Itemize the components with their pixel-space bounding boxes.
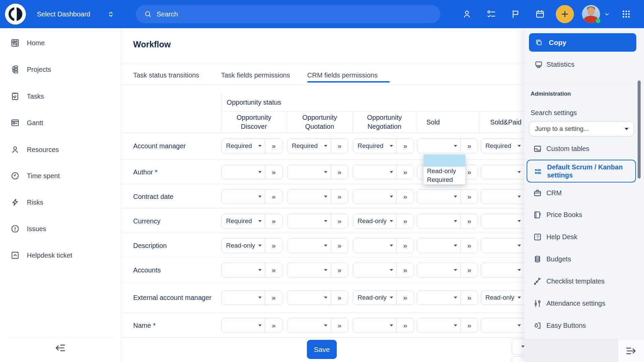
- permission-select[interactable]: [287, 263, 331, 277]
- panel-item-attendance-settings[interactable]: Attendance settings: [524, 296, 644, 311]
- sidebar-item-risks[interactable]: Risks: [0, 193, 121, 212]
- save-button[interactable]: Save: [307, 340, 337, 359]
- copy-to-next-button[interactable]: »: [331, 239, 348, 253]
- copy-to-next-button[interactable]: »: [397, 291, 414, 305]
- dashboard-selector[interactable]: Select Dashboard: [37, 0, 90, 28]
- collapse-sidebar-icon[interactable]: [54, 341, 67, 355]
- copy-button[interactable]: Copy: [529, 33, 636, 52]
- copy-to-next-button[interactable]: »: [397, 190, 414, 204]
- sidebar-item-projects[interactable]: Projects: [0, 60, 121, 79]
- panel-item-default-scrum-kanban-settings[interactable]: Default Scrum / Kanban settings: [527, 160, 636, 183]
- calendar-icon[interactable]: [535, 9, 545, 19]
- copy-to-next-button[interactable]: »: [461, 291, 478, 305]
- collapse-panel-icon[interactable]: [624, 344, 638, 358]
- permission-select[interactable]: [417, 214, 461, 228]
- dropdown-option[interactable]: Read-only: [424, 167, 465, 175]
- sidebar-item-helpdesk-ticket[interactable]: Helpdesk ticket: [0, 246, 121, 265]
- copy-to-next-button[interactable]: »: [265, 263, 282, 277]
- permission-select[interactable]: [417, 318, 461, 332]
- copy-to-next-button[interactable]: »: [265, 239, 282, 253]
- permission-select[interactable]: [353, 239, 397, 253]
- permission-select[interactable]: [353, 165, 397, 179]
- permission-select[interactable]: Read-only: [353, 291, 397, 305]
- permission-select[interactable]: [287, 291, 331, 305]
- permission-select[interactable]: [287, 165, 331, 179]
- panel-item-crm[interactable]: CRM: [524, 186, 644, 200]
- user-menu-chevron-icon[interactable]: [604, 11, 610, 17]
- copy-to-next-button[interactable]: »: [461, 214, 478, 228]
- permission-select[interactable]: [417, 139, 461, 153]
- copy-to-next-button[interactable]: »: [397, 139, 414, 153]
- copy-to-next-button[interactable]: »: [397, 239, 414, 253]
- tab-task-fields-permissions[interactable]: Task fields permissions: [221, 70, 290, 81]
- permission-select[interactable]: [481, 263, 524, 277]
- chevron-down-icon[interactable]: [10, 93, 17, 100]
- copy-to-next-button[interactable]: »: [331, 263, 348, 277]
- permission-select[interactable]: [481, 190, 524, 204]
- permission-select[interactable]: Required: [287, 139, 331, 153]
- permission-select[interactable]: [222, 291, 265, 305]
- copy-to-next-button[interactable]: »: [331, 291, 348, 305]
- profile-icon[interactable]: [462, 9, 472, 19]
- copy-to-next-button[interactable]: »: [331, 214, 348, 228]
- permission-select[interactable]: Required: [222, 139, 265, 153]
- permission-select[interactable]: [222, 190, 265, 204]
- permission-select[interactable]: [222, 165, 265, 179]
- tab-crm-fields-permissions[interactable]: CRM fields permissions: [307, 70, 378, 81]
- copy-to-next-button[interactable]: »: [461, 239, 478, 253]
- permission-select[interactable]: Required: [481, 139, 524, 153]
- permission-select[interactable]: [481, 165, 524, 179]
- panel-scrollbar[interactable]: [638, 81, 641, 178]
- copy-to-next-button[interactable]: »: [461, 190, 478, 204]
- copy-to-next-button[interactable]: »: [265, 318, 282, 332]
- panel-item-help-desk[interactable]: ?Help Desk: [524, 229, 644, 244]
- jump-to-setting-select[interactable]: Jump to a setting...: [529, 121, 634, 137]
- panel-item-price-books[interactable]: Price Books: [524, 207, 644, 222]
- permission-select[interactable]: Read-only: [222, 239, 265, 253]
- clipped-select[interactable]: [512, 339, 524, 355]
- apps-grid-icon[interactable]: [622, 9, 631, 19]
- permission-select[interactable]: [481, 318, 524, 332]
- permission-select[interactable]: Required: [222, 214, 265, 228]
- copy-to-next-button[interactable]: »: [397, 318, 414, 332]
- permission-select[interactable]: [287, 214, 331, 228]
- permission-select[interactable]: [222, 318, 265, 332]
- copy-to-next-button[interactable]: »: [265, 165, 282, 179]
- copy-to-next-button[interactable]: »: [331, 190, 348, 204]
- tab-task-status-transitions[interactable]: Task status transitions: [133, 70, 199, 81]
- dropdown-option[interactable]: Required: [424, 175, 465, 184]
- permission-select[interactable]: [417, 291, 461, 305]
- permission-select[interactable]: [287, 190, 331, 204]
- copy-to-next-button[interactable]: »: [397, 263, 414, 277]
- copy-to-next-button[interactable]: »: [397, 214, 414, 228]
- copy-to-next-button[interactable]: »: [265, 139, 282, 153]
- flag-icon[interactable]: [511, 9, 521, 19]
- permission-select[interactable]: [287, 318, 331, 332]
- sidebar-item-issues[interactable]: Issues: [0, 219, 121, 238]
- sidebar-item-gantt[interactable]: Gantt: [0, 113, 121, 132]
- clipped-select[interactable]: [512, 356, 524, 362]
- copy-to-next-button[interactable]: »: [265, 190, 282, 204]
- panel-item-easy-buttons[interactable]: Easy Buttons: [524, 318, 644, 333]
- app-logo[interactable]: [5, 4, 26, 24]
- permission-select[interactable]: Read-only: [353, 214, 397, 228]
- permission-select[interactable]: [481, 239, 524, 253]
- permission-select[interactable]: [417, 263, 461, 277]
- sidebar-item-time-spent[interactable]: Time spent: [0, 166, 121, 185]
- copy-to-next-button[interactable]: »: [461, 263, 478, 277]
- copy-to-next-button[interactable]: »: [331, 139, 348, 153]
- sidebar-item-tasks[interactable]: Tasks: [0, 87, 121, 106]
- permission-select[interactable]: [417, 190, 461, 204]
- permission-select[interactable]: [417, 239, 461, 253]
- copy-to-next-button[interactable]: »: [331, 165, 348, 179]
- permission-select[interactable]: Required: [353, 139, 397, 153]
- chevron-down-icon[interactable]: [10, 66, 17, 73]
- copy-to-next-button[interactable]: »: [461, 318, 478, 332]
- chevron-down-icon[interactable]: [10, 40, 17, 46]
- permission-select[interactable]: [287, 239, 331, 253]
- sidebar-item-home[interactable]: Home: [0, 34, 121, 52]
- panel-item-custom-tables[interactable]: Custom tables: [524, 141, 644, 156]
- copy-to-next-button[interactable]: »: [331, 318, 348, 332]
- permission-select[interactable]: Read-only: [481, 291, 524, 305]
- permission-select[interactable]: [222, 263, 265, 277]
